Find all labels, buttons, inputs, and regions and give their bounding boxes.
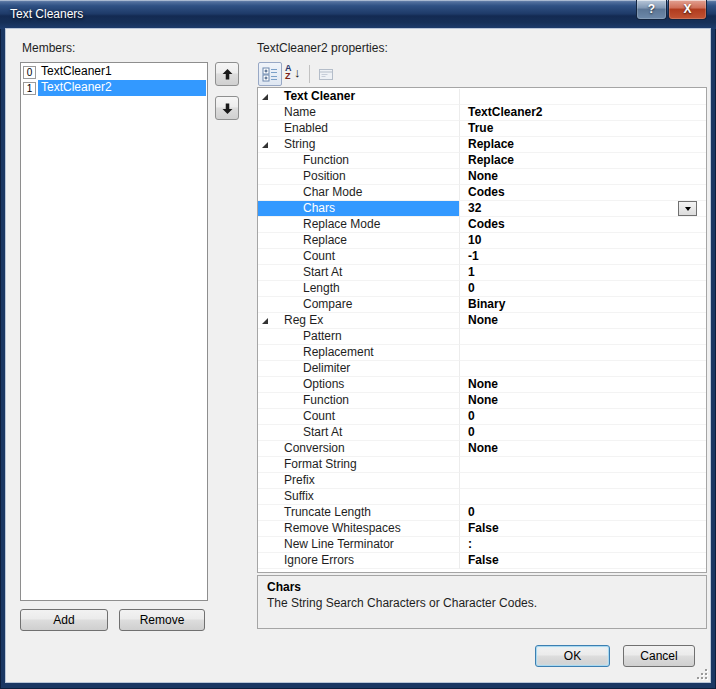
property-value[interactable] — [460, 361, 706, 377]
property-value[interactable] — [460, 329, 706, 345]
property-row[interactable]: ConversionNone — [258, 441, 706, 457]
property-value[interactable]: -1 — [460, 249, 706, 265]
property-label[interactable]: Suffix — [258, 489, 460, 505]
property-row[interactable]: Ignore ErrorsFalse — [258, 553, 706, 569]
property-row[interactable]: Count-1 — [258, 249, 706, 265]
property-label[interactable]: Count — [258, 249, 460, 265]
property-row[interactable]: Start At1 — [258, 265, 706, 281]
property-label[interactable]: Name — [258, 105, 460, 121]
move-down-button[interactable] — [215, 96, 239, 120]
property-label[interactable]: Reg Ex — [258, 313, 460, 329]
property-row[interactable]: Count0 — [258, 409, 706, 425]
property-label[interactable]: Text Cleaner — [258, 89, 460, 105]
property-row[interactable]: FunctionReplace — [258, 153, 706, 169]
property-label[interactable]: Format String — [258, 457, 460, 473]
property-value[interactable]: 32 — [460, 201, 706, 217]
property-row[interactable]: FunctionNone — [258, 393, 706, 409]
property-value[interactable]: None — [460, 169, 706, 185]
property-value[interactable]: None — [460, 377, 706, 393]
property-row[interactable]: CompareBinary — [258, 297, 706, 313]
property-label[interactable]: Ignore Errors — [258, 553, 460, 569]
categorized-view-button[interactable] — [258, 62, 282, 86]
property-label[interactable]: String — [258, 137, 460, 153]
property-row[interactable]: PositionNone — [258, 169, 706, 185]
move-up-button[interactable] — [215, 62, 239, 86]
property-label[interactable]: Start At — [258, 425, 460, 441]
property-label[interactable]: Replacement — [258, 345, 460, 361]
property-row[interactable]: Char ModeCodes — [258, 185, 706, 201]
property-value[interactable]: 0 — [460, 281, 706, 297]
property-row[interactable]: Truncate Length0 — [258, 505, 706, 521]
property-row[interactable]: Delimiter — [258, 361, 706, 377]
resize-grip[interactable] — [695, 667, 707, 679]
property-value[interactable]: 1 — [460, 265, 706, 281]
property-label[interactable]: Enabled — [258, 121, 460, 137]
property-label[interactable]: Compare — [258, 297, 460, 313]
expander-icon[interactable] — [262, 142, 268, 148]
property-row[interactable]: Replace10 — [258, 233, 706, 249]
property-row[interactable]: Reg ExNone — [258, 313, 706, 329]
property-value[interactable]: : — [460, 537, 706, 553]
property-row[interactable]: Length0 — [258, 281, 706, 297]
property-row[interactable]: Prefix — [258, 473, 706, 489]
property-row[interactable]: Text Cleaner — [258, 89, 706, 105]
property-label[interactable]: Function — [258, 153, 460, 169]
titlebar[interactable]: Text Cleaners ? X — [0, 0, 716, 29]
property-row[interactable]: Suffix — [258, 489, 706, 505]
property-label[interactable]: Char Mode — [258, 185, 460, 201]
property-label[interactable]: Position — [258, 169, 460, 185]
property-row[interactable]: StringReplace — [258, 137, 706, 153]
property-row[interactable]: Pattern — [258, 329, 706, 345]
property-label[interactable]: Pattern — [258, 329, 460, 345]
property-row[interactable]: OptionsNone — [258, 377, 706, 393]
property-label[interactable]: Replace Mode — [258, 217, 460, 233]
property-row[interactable]: New Line Terminator: — [258, 537, 706, 553]
property-value[interactable] — [460, 89, 706, 105]
property-value[interactable]: Replace — [460, 137, 706, 153]
property-value[interactable]: None — [460, 441, 706, 457]
close-button[interactable]: X — [668, 0, 707, 20]
property-label[interactable]: Replace — [258, 233, 460, 249]
property-value[interactable]: True — [460, 121, 706, 137]
property-label[interactable]: Count — [258, 409, 460, 425]
property-value[interactable]: 0 — [460, 425, 706, 441]
dropdown-button[interactable] — [678, 201, 697, 216]
remove-button[interactable]: Remove — [119, 609, 205, 631]
ok-button[interactable]: OK — [535, 645, 610, 667]
property-value[interactable]: Codes — [460, 217, 706, 233]
property-value[interactable] — [460, 345, 706, 361]
property-grid[interactable]: Text CleanerNameTextCleaner2EnabledTrueS… — [257, 87, 707, 573]
property-row[interactable]: NameTextCleaner2 — [258, 105, 706, 121]
property-label[interactable]: Delimiter — [258, 361, 460, 377]
property-label[interactable]: Chars — [258, 201, 460, 217]
property-value[interactable] — [460, 457, 706, 473]
property-value[interactable]: Codes — [460, 185, 706, 201]
property-label[interactable]: Start At — [258, 265, 460, 281]
property-label[interactable]: Options — [258, 377, 460, 393]
property-value[interactable]: Binary — [460, 297, 706, 313]
property-label[interactable]: Truncate Length — [258, 505, 460, 521]
property-value[interactable]: None — [460, 393, 706, 409]
property-value[interactable]: 0 — [460, 505, 706, 521]
property-value[interactable] — [460, 473, 706, 489]
property-label[interactable]: Function — [258, 393, 460, 409]
property-row[interactable]: Replace ModeCodes — [258, 217, 706, 233]
list-item[interactable]: 1TextCleaner2 — [22, 80, 206, 96]
property-label[interactable]: New Line Terminator — [258, 537, 460, 553]
sort-alphabetical-button[interactable]: A Z ↓ — [282, 62, 306, 86]
property-row[interactable]: Start At0 — [258, 425, 706, 441]
list-item[interactable]: 0TextCleaner1 — [22, 64, 206, 80]
expander-icon[interactable] — [262, 318, 268, 324]
property-label[interactable]: Conversion — [258, 441, 460, 457]
property-value[interactable]: 10 — [460, 233, 706, 249]
add-button[interactable]: Add — [20, 609, 108, 631]
property-label[interactable]: Remove Whitespaces — [258, 521, 460, 537]
property-row[interactable]: Replacement — [258, 345, 706, 361]
property-value[interactable]: None — [460, 313, 706, 329]
property-value[interactable]: Replace — [460, 153, 706, 169]
property-label[interactable]: Length — [258, 281, 460, 297]
help-button[interactable]: ? — [636, 0, 667, 20]
members-listbox[interactable]: 0TextCleaner11TextCleaner2 — [20, 62, 208, 601]
property-value[interactable]: 0 — [460, 409, 706, 425]
property-value[interactable]: TextCleaner2 — [460, 105, 706, 121]
